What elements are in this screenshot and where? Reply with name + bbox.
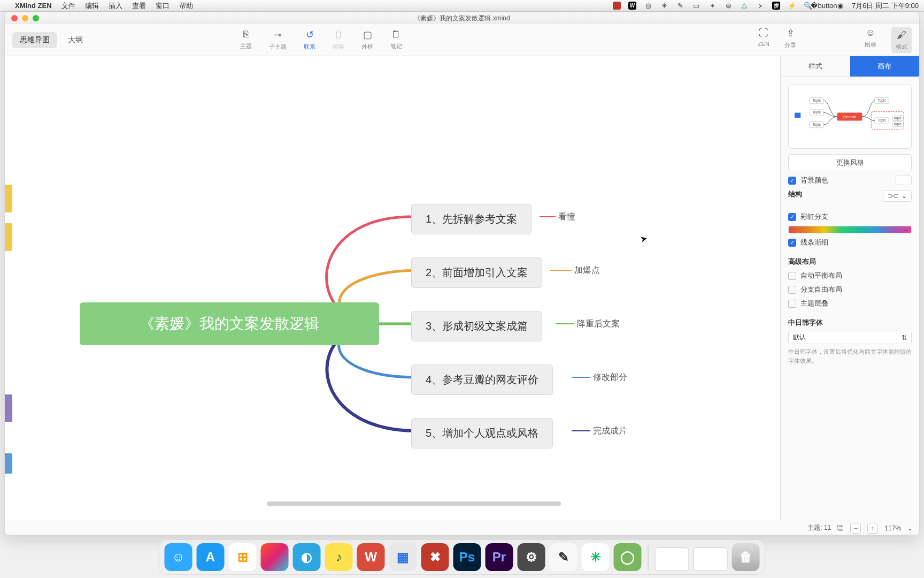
dock-minimized-window[interactable]	[694, 547, 728, 571]
siri-icon[interactable]: ◉	[836, 2, 844, 10]
panel-tab-canvas[interactable]: 画布	[850, 56, 920, 77]
battery-icon[interactable]: ⚡	[788, 2, 796, 10]
status-icon[interactable]: ✎	[676, 2, 684, 10]
bg-color-checkbox[interactable]: ✓	[788, 177, 796, 185]
dock-app[interactable]: A	[197, 543, 225, 571]
tool-note[interactable]: 🗒笔记	[390, 29, 402, 51]
dock-app[interactable]: ◯	[614, 543, 642, 571]
change-style-button[interactable]: 更换风格	[788, 154, 912, 171]
maximize-button[interactable]	[33, 15, 39, 21]
dock-app[interactable]: ✳	[582, 543, 610, 571]
bluetooth-icon[interactable]: ᚛	[756, 2, 765, 10]
dock-app[interactable]	[261, 543, 289, 571]
subtopic[interactable]: 看懂	[558, 211, 575, 223]
structure-select[interactable]: ⊃⊂ ⌄	[883, 190, 912, 202]
rainbow-picker[interactable]	[788, 226, 912, 233]
window-title: 《素媛》我的文案发散逻辑.xmind	[414, 14, 510, 23]
tool-subtopic[interactable]: ⊸子主题	[269, 29, 287, 51]
free-branch-checkbox[interactable]	[788, 286, 796, 294]
dock-app[interactable]: ☺	[165, 543, 192, 571]
topic-node[interactable]: 3、形成初级文案成篇	[411, 311, 542, 341]
subtopic[interactable]: 降重后文案	[577, 318, 620, 330]
format-panel: 样式 画布 Central Topic Topic Topic Topic	[780, 56, 919, 521]
display-icon[interactable]: ▭	[692, 2, 700, 10]
app-name[interactable]: XMind ZEN	[15, 2, 52, 10]
tool-boundary[interactable]: ▢外框	[361, 29, 373, 51]
dock-app[interactable]: Pr	[486, 543, 513, 571]
menu-help[interactable]: 帮助	[179, 1, 193, 11]
share-icon: ⇪	[787, 27, 795, 39]
trash-icon[interactable]: 🗑	[732, 543, 760, 571]
edge-tab[interactable]	[5, 394, 12, 422]
map-icon[interactable]: ⿻	[837, 524, 844, 532]
dock-app[interactable]: ▦	[389, 543, 417, 571]
bg-color-swatch[interactable]	[896, 176, 912, 185]
status-icon[interactable]: ⧋	[740, 2, 749, 10]
dock-app[interactable]: ✎	[550, 543, 578, 571]
tab-outline[interactable]: 大纲	[60, 32, 90, 48]
cjk-select[interactable]: 默认⇅	[788, 331, 912, 344]
dock-app[interactable]: ◐	[293, 543, 321, 571]
subtopic[interactable]: 完成成片	[593, 425, 627, 437]
subtopic[interactable]: 修改部分	[593, 372, 627, 383]
topic-icon: ⎘	[243, 29, 249, 40]
close-button[interactable]	[11, 15, 18, 21]
topic-layer-checkbox[interactable]	[788, 300, 796, 308]
edge-tab[interactable]	[5, 453, 12, 474]
dock-app[interactable]: ✖	[421, 543, 449, 571]
topic-node[interactable]: 1、先拆解参考文案	[411, 204, 532, 234]
rainbow-checkbox[interactable]: ✓	[788, 213, 796, 221]
status-icon[interactable]: ⌖	[708, 2, 717, 10]
subtopic[interactable]: 加爆点	[574, 265, 600, 276]
tool-share[interactable]: ⇪分享	[784, 27, 796, 53]
tool-format[interactable]: 🖌格式	[891, 27, 912, 53]
topic-node[interactable]: 4、参考豆瓣的网友评价	[411, 364, 553, 395]
zoom-value[interactable]: 117%	[884, 524, 901, 532]
tool-relation[interactable]: ↺联系	[304, 29, 315, 51]
edge-tab[interactable]	[5, 223, 12, 251]
tool-zen[interactable]: ⛶ZEN	[758, 27, 769, 53]
dock-app[interactable]: Ps	[453, 543, 481, 571]
zoom-in-button[interactable]: +	[867, 523, 878, 534]
auto-balance-checkbox[interactable]	[788, 272, 796, 280]
topic-node[interactable]: 5、增加个人观点或风格	[411, 418, 553, 448]
toolbar: 思维导图 大纲 ⎘主题 ⊸子主题 ↺联系 ⟨⟩概要 ▢外框 🗒笔记 ⛶ZEN ⇪…	[5, 24, 919, 56]
panel-tab-style[interactable]: 样式	[781, 56, 850, 77]
central-topic[interactable]: 《素媛》我的文案发散逻辑	[80, 302, 379, 345]
status-icon[interactable]: W	[628, 2, 636, 10]
menu-file[interactable]: 文件	[61, 1, 75, 11]
topic-node[interactable]: 2、前面增加引入文案	[411, 257, 542, 288]
taper-label: 线条渐细	[800, 238, 828, 247]
taper-checkbox[interactable]: ✓	[788, 239, 796, 247]
status-icon[interactable]: ⊜	[724, 2, 733, 10]
cjk-hint: 中日韩字体，设置后将优化与西文字体混排版的字体效果。	[788, 347, 912, 365]
status-icon[interactable]	[613, 2, 621, 10]
cjk-label: 中日韩字体	[788, 318, 912, 328]
dock-app[interactable]: ⚙	[518, 543, 545, 571]
style-preview[interactable]: Central Topic Topic Topic Topic Topic to…	[788, 85, 912, 149]
dock-minimized-window[interactable]	[655, 547, 689, 571]
status-icon[interactable]: ◎	[644, 2, 652, 10]
brush-icon: 🖌	[897, 29, 906, 41]
wechat-icon[interactable]: ✳	[660, 2, 668, 10]
clock[interactable]: 7月6日 周二 下午9:00	[852, 1, 919, 11]
control-center-icon[interactable]: �button	[820, 2, 828, 10]
tab-mindmap[interactable]: 思维导图	[12, 32, 57, 48]
dock-app[interactable]: ⊞	[229, 543, 257, 571]
edge-tab[interactable]	[5, 185, 12, 212]
minimize-button[interactable]	[22, 15, 28, 21]
dock-app[interactable]: W	[357, 543, 385, 571]
menu-view[interactable]: 查看	[132, 1, 146, 11]
menu-insert[interactable]: 插入	[109, 1, 122, 11]
tool-summary[interactable]: ⟨⟩概要	[333, 29, 344, 51]
menu-edit[interactable]: 编辑	[85, 1, 99, 11]
input-method-icon[interactable]: 拼	[772, 2, 780, 10]
menu-window[interactable]: 窗口	[156, 1, 170, 11]
zoom-out-button[interactable]: −	[850, 523, 861, 534]
tool-icons[interactable]: ☺图标	[865, 27, 876, 53]
h-scrollbar[interactable]	[267, 501, 561, 506]
zoom-dropdown-icon[interactable]: ⌄	[907, 524, 913, 532]
tool-topic[interactable]: ⎘主题	[240, 29, 252, 51]
dock-app[interactable]: ♪	[325, 543, 353, 571]
canvas[interactable]: 《素媛》我的文案发散逻辑 1、先拆解参考文案 看懂 2、前面增加引入文案 加爆点…	[5, 56, 780, 521]
